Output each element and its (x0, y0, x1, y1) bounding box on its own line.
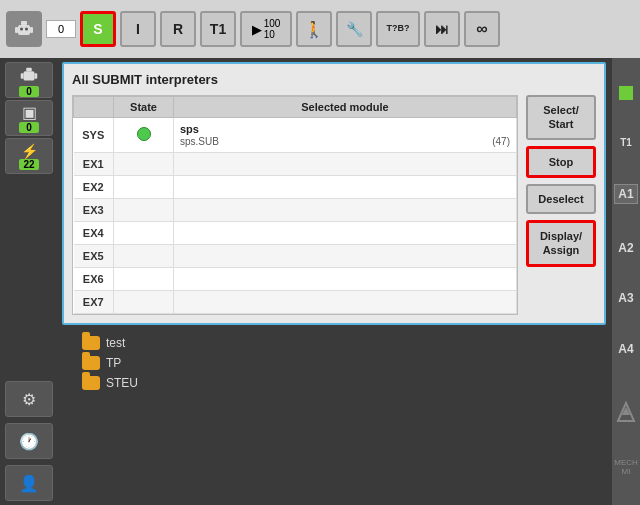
btn-run[interactable]: ▶ 100 10 (240, 11, 292, 47)
svg-rect-6 (24, 71, 35, 80)
svg-rect-2 (15, 27, 18, 33)
svg-rect-1 (21, 21, 27, 25)
list-item[interactable]: TP (82, 353, 606, 373)
display-assign-button[interactable]: Display/Assign (526, 220, 596, 267)
toolbar-counter: 0 (46, 20, 76, 38)
btn-tool[interactable]: 🔧 (336, 11, 372, 47)
svg-point-4 (20, 28, 23, 31)
left-sidebar: 0 ▣ 0 ⚡ 22 ⚙ 🕐 👤 (0, 58, 58, 505)
robot-icon (6, 11, 42, 47)
right-label-t1: T1 (620, 137, 632, 148)
dialog-body: State Selected module SYS s (72, 95, 596, 315)
row-state-ex6 (114, 268, 174, 291)
row-state-ex7 (114, 291, 174, 314)
right-label-a1[interactable]: A1 (614, 184, 637, 204)
dialog-panel: All SUBMIT interpreters State Selected m… (62, 62, 606, 325)
table-row: EX2 (74, 176, 517, 199)
row-module-sys: sps sps.SUB (47) (174, 118, 517, 153)
row-module-ex1 (174, 153, 517, 176)
row-label-ex5: EX5 (74, 245, 114, 268)
select-start-button[interactable]: Select/Start (526, 95, 596, 140)
table-row: EX7 (74, 291, 517, 314)
row-label-sys: SYS (74, 118, 114, 153)
btn-walk[interactable]: 🚶 (296, 11, 332, 47)
sidebar-item-1[interactable]: ▣ 0 (5, 100, 53, 136)
row-state-ex5 (114, 245, 174, 268)
right-label-a3: A3 (618, 291, 633, 305)
file-name-steu: STEU (106, 376, 138, 390)
module-sub-sys: sps.SUB (47) (180, 136, 510, 147)
deselect-button[interactable]: Deselect (526, 184, 596, 214)
row-label-ex4: EX4 (74, 222, 114, 245)
btn-query[interactable]: T?B? (376, 11, 420, 47)
green-indicator (619, 86, 633, 100)
col-header-row (74, 97, 114, 118)
svg-rect-8 (21, 73, 24, 79)
row-label-ex1: EX1 (74, 153, 114, 176)
row-state-ex3 (114, 199, 174, 222)
interpreter-table: State Selected module SYS s (72, 95, 518, 315)
right-label-a2: A2 (618, 241, 633, 255)
btn-i[interactable]: I (120, 11, 156, 47)
folder-icon (82, 356, 100, 370)
sidebar-item-clock[interactable]: 🕐 (5, 423, 53, 459)
dialog-title: All SUBMIT interpreters (72, 72, 596, 87)
svg-rect-9 (35, 73, 38, 79)
sidebar-counter-1: 0 (19, 122, 39, 133)
row-module-ex3 (174, 199, 517, 222)
btn-inf[interactable]: ∞ (464, 11, 500, 47)
row-module-ex5 (174, 245, 517, 268)
sidebar-counter-0: 0 (19, 86, 39, 97)
table-row: EX6 (74, 268, 517, 291)
btn-skip[interactable]: ⏭ (424, 11, 460, 47)
module-name-sys: sps (180, 123, 510, 135)
row-label-ex6: EX6 (74, 268, 114, 291)
row-label-ex3: EX3 (74, 199, 114, 222)
sidebar-counter-2: 22 (19, 159, 39, 170)
stop-button[interactable]: Stop (526, 146, 596, 178)
right-label-a4: A4 (618, 342, 633, 356)
folder-icon (82, 376, 100, 390)
row-module-ex7 (174, 291, 517, 314)
svg-rect-7 (26, 67, 32, 71)
sidebar-item-0[interactable]: 0 (5, 62, 53, 98)
file-tree: test TP STEU (62, 333, 606, 393)
col-header-state: State (114, 97, 174, 118)
table-row: EX4 (74, 222, 517, 245)
right-sidebar: T1 A1 A2 A3 A4 MECH MI (612, 58, 640, 505)
file-name-tp: TP (106, 356, 121, 370)
btn-r[interactable]: R (160, 11, 196, 47)
row-state-ex4 (114, 222, 174, 245)
list-item[interactable]: test (82, 333, 606, 353)
table-row: EX5 (74, 245, 517, 268)
row-module-ex2 (174, 176, 517, 199)
watermark: MECH MI (612, 459, 640, 477)
row-state-ex2 (114, 176, 174, 199)
table-row: SYS sps sps.SUB (47) (74, 118, 517, 153)
state-dot-green (137, 127, 151, 141)
mech-logo (614, 393, 638, 423)
toolbar: 0 S I R T1 ▶ 100 10 🚶 🔧 T?B? ⏭ ∞ (0, 0, 640, 58)
file-name-test: test (106, 336, 125, 350)
sidebar-item-2[interactable]: ⚡ 22 (5, 138, 53, 174)
row-module-ex6 (174, 268, 517, 291)
main-content: All SUBMIT interpreters State Selected m… (58, 58, 610, 505)
col-header-module: Selected module (174, 97, 517, 118)
row-label-ex7: EX7 (74, 291, 114, 314)
btn-s[interactable]: S (80, 11, 116, 47)
table-row: EX3 (74, 199, 517, 222)
svg-rect-0 (18, 25, 30, 35)
action-buttons: Select/Start Stop Deselect Display/Assig… (526, 95, 596, 315)
btn-t1[interactable]: T1 (200, 11, 236, 47)
sidebar-item-settings[interactable]: ⚙ (5, 381, 53, 417)
row-module-ex4 (174, 222, 517, 245)
svg-rect-3 (30, 27, 33, 33)
row-label-ex2: EX2 (74, 176, 114, 199)
row-state-ex1 (114, 153, 174, 176)
svg-point-5 (25, 28, 28, 31)
row-state-sys (114, 118, 174, 153)
sidebar-item-person[interactable]: 👤 (5, 465, 53, 501)
table-row: EX1 (74, 153, 517, 176)
folder-icon (82, 336, 100, 350)
list-item[interactable]: STEU (82, 373, 606, 393)
